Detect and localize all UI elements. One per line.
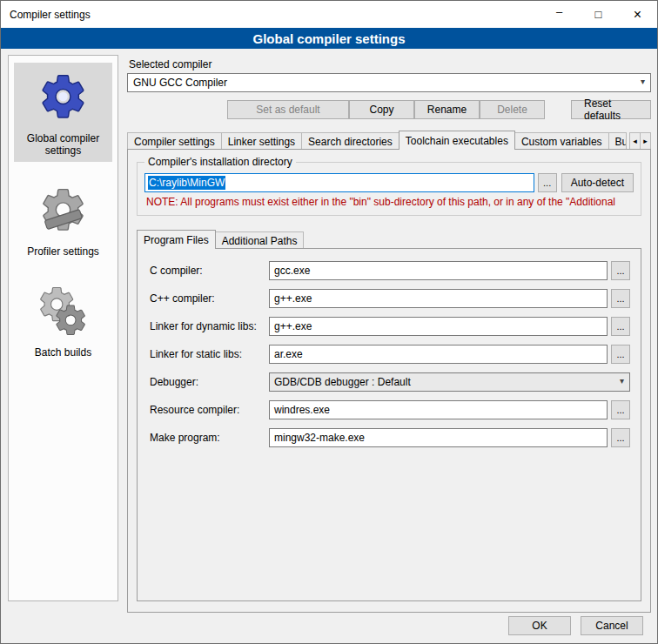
arrow-left-icon: ◂ xyxy=(633,137,637,145)
program-files-panel: C compiler: gcc.exe ... C++ compiler: g+… xyxy=(137,248,641,601)
cpp-compiler-row: C++ compiler: g++.exe ... xyxy=(150,289,630,308)
close-icon: × xyxy=(634,7,641,23)
gear-blue-icon xyxy=(37,70,91,124)
minimize-icon: – xyxy=(556,5,562,18)
static-linker-browse-button[interactable]: ... xyxy=(611,345,630,364)
resource-compiler-row: Resource compiler: windres.exe ... xyxy=(150,400,630,419)
program-files-tabstrip: Program Files Additional Paths xyxy=(137,230,641,249)
chevron-down-icon: ▾ xyxy=(641,77,645,86)
make-program-input[interactable]: mingw32-make.exe xyxy=(269,428,608,447)
arrow-right-icon: ▸ xyxy=(643,137,648,145)
c-compiler-row: C compiler: gcc.exe ... xyxy=(150,261,630,280)
make-program-value: mingw32-make.exe xyxy=(274,432,365,444)
compiler-actions: Set as default Copy Rename Delete Reset … xyxy=(127,100,651,119)
compiler-settings-dialog: Compiler settings – □ × Global compiler … xyxy=(0,0,658,644)
tab-additional-paths[interactable]: Additional Paths xyxy=(215,231,305,249)
maximize-button[interactable]: □ xyxy=(579,1,618,28)
static-linker-input[interactable]: ar.exe xyxy=(269,345,608,364)
settings-tabs: Compiler settings Linker settings Search… xyxy=(127,131,627,150)
cpp-compiler-input[interactable]: g++.exe xyxy=(269,289,608,308)
tab-search-directories[interactable]: Search directories xyxy=(301,132,400,150)
bin-subdirectory-note: NOTE: All programs must exist either in … xyxy=(146,196,634,208)
selected-compiler-label: Selected compiler xyxy=(129,58,651,70)
tab-build-options[interactable]: Build xyxy=(608,132,627,150)
installation-directory-legend: Compiler's installation directory xyxy=(144,156,296,168)
make-program-label: Make program: xyxy=(150,432,269,444)
c-compiler-label: C compiler: xyxy=(150,265,269,277)
dynamic-linker-browse-button[interactable]: ... xyxy=(611,317,630,336)
maximize-icon: □ xyxy=(595,8,602,21)
main-content: Selected compiler GNU GCC Compiler ▾ Set… xyxy=(127,55,651,613)
cancel-button[interactable]: Cancel xyxy=(581,616,643,635)
tab-toolchain-executables[interactable]: Toolchain executables xyxy=(399,131,515,150)
gears-gray-icon xyxy=(37,284,91,338)
ellipsis-icon: ... xyxy=(543,178,551,188)
set-as-default-button[interactable]: Set as default xyxy=(227,100,349,119)
c-compiler-input[interactable]: gcc.exe xyxy=(269,261,608,280)
title-bar: Compiler settings – □ × xyxy=(1,1,657,28)
sidebar-item-profiler-settings[interactable]: Profiler settings xyxy=(14,176,112,263)
delete-button[interactable]: Delete xyxy=(480,100,545,119)
static-linker-label: Linker for static libs: xyxy=(150,348,269,360)
debugger-label: Debugger: xyxy=(150,376,269,388)
dialog-footer: OK Cancel xyxy=(508,616,643,635)
ellipsis-icon: ... xyxy=(616,321,624,332)
sidebar-item-batch-builds[interactable]: Batch builds xyxy=(14,277,112,364)
dynamic-linker-input[interactable]: g++.exe xyxy=(269,317,608,336)
ellipsis-icon: ... xyxy=(616,405,624,415)
resource-compiler-label: Resource compiler: xyxy=(150,404,269,416)
tab-linker-settings[interactable]: Linker settings xyxy=(221,132,302,150)
reset-defaults-button[interactable]: Reset defaults xyxy=(571,100,651,119)
ellipsis-icon: ... xyxy=(616,349,624,359)
c-compiler-value: gcc.exe xyxy=(274,265,310,277)
tab-custom-variables[interactable]: Custom variables xyxy=(514,132,609,150)
dynamic-linker-row: Linker for dynamic libs: g++.exe ... xyxy=(150,317,630,336)
installation-directory-row: C:\raylib\MinGW ... Auto-detect xyxy=(144,173,634,192)
close-button[interactable]: × xyxy=(618,1,657,28)
sidebar-item-label: Batch builds xyxy=(35,346,91,359)
dialog-header-title: Global compiler settings xyxy=(252,31,405,46)
sidebar-item-label: Global compiler settings xyxy=(16,132,111,157)
rename-button[interactable]: Rename xyxy=(414,100,480,119)
settings-category-sidebar: Global compiler settings Profiler settin… xyxy=(8,55,118,601)
selected-compiler-value: GNU GCC Compiler xyxy=(133,77,227,89)
browse-directory-button[interactable]: ... xyxy=(538,173,557,192)
resource-compiler-value: windres.exe xyxy=(274,404,330,416)
cpp-compiler-browse-button[interactable]: ... xyxy=(611,289,630,308)
settings-tabstrip: Compiler settings Linker settings Search… xyxy=(127,131,651,150)
ok-button[interactable]: OK xyxy=(508,616,571,635)
make-program-browse-button[interactable]: ... xyxy=(611,428,630,447)
installation-directory-input[interactable]: C:\raylib\MinGW xyxy=(144,173,534,192)
copy-button[interactable]: Copy xyxy=(349,100,414,119)
sidebar-item-label: Profiler settings xyxy=(27,245,99,258)
minimize-button[interactable]: – xyxy=(540,1,579,28)
debugger-dropdown[interactable]: GDB/CDB debugger : Default ▾ xyxy=(269,372,630,392)
tab-compiler-settings[interactable]: Compiler settings xyxy=(127,132,222,150)
button-spacer xyxy=(545,100,571,119)
make-program-row: Make program: mingw32-make.exe ... xyxy=(150,428,630,447)
selected-compiler-dropdown[interactable]: GNU GCC Compiler ▾ xyxy=(127,73,651,92)
installation-directory-groupbox: Compiler's installation directory C:\ray… xyxy=(137,162,641,216)
debugger-row: Debugger: GDB/CDB debugger : Default ▾ xyxy=(150,372,630,392)
ellipsis-icon: ... xyxy=(616,265,624,276)
dynamic-linker-value: g++.exe xyxy=(274,320,312,332)
sidebar-item-global-compiler-settings[interactable]: Global compiler settings xyxy=(14,63,112,162)
tab-scroll-arrows: ◂ ▸ xyxy=(629,132,651,150)
toolchain-executables-panel: Compiler's installation directory C:\ray… xyxy=(127,149,651,613)
auto-detect-button[interactable]: Auto-detect xyxy=(561,173,634,192)
tab-scroll-right-button[interactable]: ▸ xyxy=(640,132,651,150)
chevron-down-icon: ▾ xyxy=(620,376,624,386)
installation-directory-value: C:\raylib\MinGW xyxy=(148,176,225,190)
cpp-compiler-value: g++.exe xyxy=(274,292,312,305)
ellipsis-icon: ... xyxy=(616,433,624,443)
cpp-compiler-label: C++ compiler: xyxy=(150,292,269,305)
resource-compiler-browse-button[interactable]: ... xyxy=(611,400,630,419)
c-compiler-browse-button[interactable]: ... xyxy=(611,261,630,280)
tab-program-files[interactable]: Program Files xyxy=(137,230,216,249)
profiler-tool-icon xyxy=(37,183,91,237)
window-title: Compiler settings xyxy=(1,9,540,21)
debugger-value: GDB/CDB debugger : Default xyxy=(274,376,411,388)
ellipsis-icon: ... xyxy=(616,293,624,304)
resource-compiler-input[interactable]: windres.exe xyxy=(269,400,608,419)
dialog-header: Global compiler settings xyxy=(1,28,657,49)
